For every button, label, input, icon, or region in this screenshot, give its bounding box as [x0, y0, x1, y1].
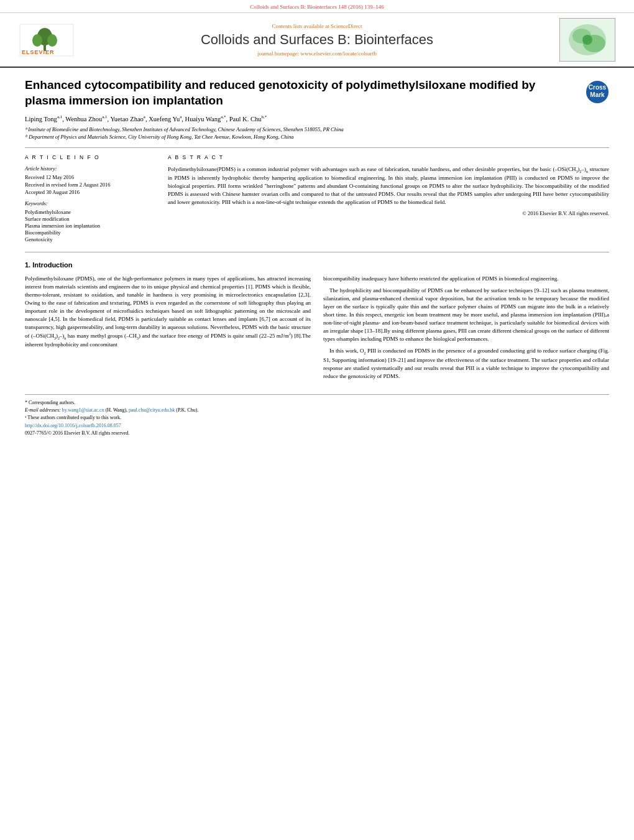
abstract-col: A B S T R A C T Polydimethylsiloxane(PDM…	[168, 154, 609, 243]
divider-2	[25, 252, 609, 252]
email-2-link[interactable]: paul.chu@cityu.edu.hk	[129, 407, 175, 413]
article-title: Enhanced cytocompatibility and reduced g…	[25, 78, 578, 108]
journal-title: Colloids and Surfaces B: Biointerfaces	[81, 32, 553, 48]
email-line: E-mail addresses: hy.wang1@siat.ac.cn (H…	[25, 407, 609, 413]
svg-point-10	[582, 35, 592, 45]
article-info-col: A R T I C L E I N F O Article history: R…	[25, 154, 155, 243]
email-1-link[interactable]: hy.wang1@siat.ac.cn	[62, 407, 104, 413]
contents-text: Contents lists available at	[272, 23, 329, 29]
article-info-heading: A R T I C L E I N F O	[25, 154, 155, 160]
header-left: ELSEVIER	[12, 23, 81, 57]
corresponding-authors-note: * Corresponding authors.	[25, 400, 609, 405]
journal-bar: Colloids and Surfaces B: Biointerfaces 1…	[0, 0, 634, 13]
accepted-date: Accepted 30 August 2016	[25, 189, 155, 195]
info-abstract-section: A R T I C L E I N F O Article history: R…	[25, 154, 609, 243]
svg-point-4	[47, 34, 57, 47]
section-1: 1. Introduction Polydimethylsiloxane (PD…	[25, 261, 609, 384]
doi-link[interactable]: http://dx.doi.org/10.1016/j.colsurfb.201…	[25, 423, 121, 428]
abstract-text: Polydimethylsiloxane(PDMS) is a common i…	[168, 165, 609, 206]
footnote-equal-contrib: ¹ These authors contributed equally to t…	[25, 415, 609, 420]
issn-line: 0927-7765/© 2016 Elsevier B.V. All right…	[25, 430, 609, 436]
affiliation-a: ᵃ Institute of Biomedicine and Biotechno…	[25, 126, 609, 132]
body-text-col2: biocompatibility inadequacy have hithert…	[323, 275, 609, 381]
journal-citation: Colloids and Surfaces B: Biointerfaces 1…	[250, 4, 384, 10]
affiliation-b: ᵇ Department of Physics and Materials Sc…	[25, 134, 609, 140]
article-title-section: Enhanced cytocompatibility and reduced g…	[25, 78, 609, 108]
homepage-label: journal homepage:	[257, 50, 299, 57]
keyword-4: Biocompatibility	[25, 229, 155, 236]
section-1-body: Polydimethylsiloxane (PDMS), one of the …	[25, 275, 609, 384]
authors-line: Liping Tonga,1, Wenhua Zhoua,1, Yuetao Z…	[25, 114, 609, 122]
elsevier-logo: ELSEVIER	[19, 23, 75, 57]
page: Colloids and Surfaces B: Biointerfaces 1…	[0, 0, 634, 840]
body-col-2: biocompatibility inadequacy have hithert…	[323, 275, 609, 384]
keyword-3: Plasma immersion ion implantation	[25, 223, 155, 229]
keyword-2: Surface modification	[25, 216, 155, 222]
svg-text:Mark: Mark	[590, 91, 605, 98]
doi-line: http://dx.doi.org/10.1016/j.colsurfb.201…	[25, 423, 609, 428]
received-revised-date: Received in revised form 2 August 2016	[25, 182, 155, 188]
journal-cover-image	[559, 18, 615, 62]
crossmark-badge[interactable]: Cross Mark	[586, 80, 609, 105]
header-right	[553, 18, 622, 62]
keywords-label: Keywords:	[25, 200, 155, 206]
header: ELSEVIER Contents lists available at Sci…	[0, 13, 634, 68]
section-1-title: 1. Introduction	[25, 261, 609, 269]
header-center: Contents lists available at ScienceDirec…	[81, 23, 553, 57]
article-content: Enhanced cytocompatibility and reduced g…	[0, 68, 634, 448]
affiliations: ᵃ Institute of Biomedicine and Biotechno…	[25, 126, 609, 140]
abstract-heading: A B S T R A C T	[168, 154, 609, 160]
homepage-url[interactable]: www.elsevier.com/locate/colsurfb	[301, 50, 377, 57]
article-history-label: Article history:	[25, 165, 155, 172]
journal-homepage: journal homepage: www.elsevier.com/locat…	[81, 50, 553, 57]
sciencedirect-line: Contents lists available at ScienceDirec…	[81, 23, 553, 29]
footnotes-section: * Corresponding authors. E-mail addresse…	[25, 394, 609, 436]
body-text-col1: Polydimethylsiloxane (PDMS), one of the …	[25, 275, 311, 349]
keyword-1: Polydimethylsiloxane	[25, 209, 155, 215]
svg-text:ELSEVIER: ELSEVIER	[22, 49, 55, 55]
abstract-copyright: © 2016 Elsevier B.V. All rights reserved…	[168, 210, 609, 216]
keyword-5: Genotoxicity	[25, 236, 155, 242]
body-col-1: Polydimethylsiloxane (PDMS), one of the …	[25, 275, 311, 384]
svg-point-3	[32, 34, 42, 47]
divider-1	[25, 147, 609, 148]
sciencedirect-link-text[interactable]: ScienceDirect	[331, 23, 362, 29]
svg-text:Cross: Cross	[589, 84, 607, 91]
received-date: Received 12 May 2016	[25, 174, 155, 180]
